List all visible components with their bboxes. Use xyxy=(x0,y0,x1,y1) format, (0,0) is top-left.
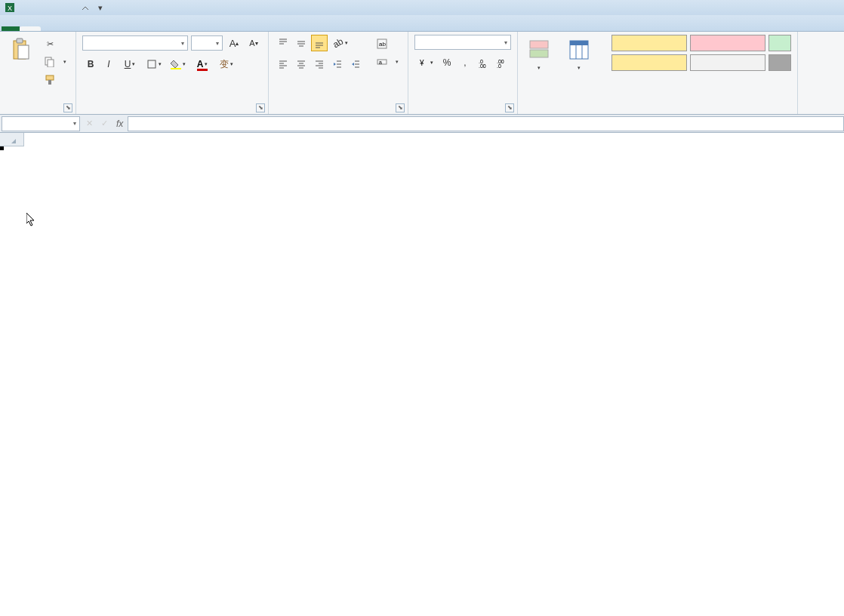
svg-rect-4 xyxy=(18,45,29,59)
increase-decimal-button[interactable]: .0.00 xyxy=(475,54,491,71)
bold-button[interactable]: B xyxy=(82,56,99,72)
save-icon[interactable] xyxy=(18,1,32,14)
clipboard-launcher-icon[interactable]: ⬊ xyxy=(63,103,72,112)
tab-foxit[interactable] xyxy=(252,26,273,31)
decrease-indent-button[interactable] xyxy=(329,56,346,72)
tab-insert[interactable] xyxy=(41,26,62,31)
undo-icon[interactable] xyxy=(33,1,47,14)
group-font: ▾ ▾ A▴ A▾ B I U▾ ▾ ▾ xyxy=(76,32,269,114)
percent-button[interactable]: % xyxy=(439,54,455,71)
style-check[interactable] xyxy=(769,54,791,71)
copy-icon xyxy=(44,56,56,68)
orientation-button[interactable]: ab▾ xyxy=(329,35,352,51)
tab-toolbox[interactable] xyxy=(231,26,252,31)
fx-icon[interactable]: fx xyxy=(112,119,128,129)
style-good[interactable] xyxy=(769,35,791,51)
column-headers xyxy=(0,133,844,146)
svg-text:ab: ab xyxy=(379,41,386,48)
align-top-button[interactable] xyxy=(275,35,291,51)
group-style-buttons: ▾ ▾ xyxy=(518,32,605,114)
decrease-decimal-button[interactable]: .00.0 xyxy=(493,54,510,71)
grow-font-button[interactable]: A▴ xyxy=(226,35,242,51)
group-clipboard: ✂ ▾ ⬊ xyxy=(0,32,76,114)
align-center-button[interactable] xyxy=(293,56,310,72)
tab-view[interactable] xyxy=(146,26,168,31)
alignment-label: ⬊ xyxy=(275,100,402,114)
font-launcher-icon[interactable]: ⬊ xyxy=(256,103,265,112)
cancel-formula-icon[interactable]: ✕ xyxy=(82,116,97,131)
cursor-icon xyxy=(26,213,37,228)
svg-rect-8 xyxy=(48,80,51,85)
align-bottom-button[interactable] xyxy=(311,35,328,51)
font-label: ⬊ xyxy=(82,100,262,114)
qat-dropdown-icon[interactable]: ▾ xyxy=(94,1,107,14)
enter-formula-icon[interactable]: ✓ xyxy=(97,116,112,131)
wrap-text-button[interactable]: ab xyxy=(373,36,402,51)
italic-button[interactable]: I xyxy=(100,56,117,72)
clipboard-label: ⬊ xyxy=(6,100,69,114)
font-name-combo[interactable]: ▾ xyxy=(82,35,188,51)
style-bad[interactable] xyxy=(690,35,765,51)
paste-icon xyxy=(9,38,33,62)
tab-formulas[interactable] xyxy=(83,26,104,31)
group-alignment: ab▾ ab a ▾ xyxy=(269,32,408,114)
align-right-button[interactable] xyxy=(311,56,328,72)
number-launcher-icon[interactable]: ⬊ xyxy=(505,103,514,112)
chevron-down-icon: ▾ xyxy=(213,40,219,47)
redo-icon[interactable] xyxy=(48,1,62,14)
cut-button[interactable]: ✂ xyxy=(41,36,69,51)
format-as-table-button[interactable]: ▾ xyxy=(559,35,599,71)
svg-rect-50 xyxy=(570,41,588,45)
shrink-font-button[interactable]: A▾ xyxy=(245,35,262,51)
svg-text:a: a xyxy=(379,60,382,65)
group-cell-styles xyxy=(605,32,798,114)
format-painter-button[interactable] xyxy=(41,72,69,88)
svg-rect-47 xyxy=(530,41,548,48)
style-neutral[interactable] xyxy=(611,54,687,71)
comma-button[interactable]: , xyxy=(457,54,473,71)
tab-page-layout[interactable] xyxy=(62,26,83,31)
svg-rect-7 xyxy=(46,75,54,80)
title-bar: X ▾ xyxy=(0,0,844,15)
paste-button[interactable] xyxy=(6,35,36,63)
align-middle-button[interactable] xyxy=(293,35,310,51)
currency-button[interactable]: ¥▾ xyxy=(414,54,437,71)
file-tab[interactable] xyxy=(2,26,20,31)
tab-eling[interactable] xyxy=(210,26,231,31)
alignment-launcher-icon[interactable]: ⬊ xyxy=(396,103,405,112)
tab-data[interactable] xyxy=(104,26,125,31)
qat-extra-icon[interactable] xyxy=(79,1,92,14)
underline-button[interactable]: U▾ xyxy=(119,56,141,72)
styles-label xyxy=(611,100,791,114)
copy-button[interactable]: ▾ xyxy=(41,54,69,69)
tab-review[interactable] xyxy=(125,26,146,31)
phonetic-button[interactable]: 变▾ xyxy=(215,56,238,72)
style-normal[interactable] xyxy=(611,35,687,51)
customize-qat-icon[interactable] xyxy=(63,1,77,14)
excel-icon[interactable]: X xyxy=(3,1,17,14)
formula-input[interactable] xyxy=(128,116,844,131)
quick-access-toolbar: X ▾ xyxy=(3,1,107,14)
conditional-formatting-button[interactable]: ▾ xyxy=(524,35,554,71)
tab-user[interactable] xyxy=(189,26,210,31)
select-all-corner[interactable] xyxy=(0,133,24,146)
border-button[interactable]: ▾ xyxy=(143,56,165,72)
align-left-button[interactable] xyxy=(275,56,291,72)
tab-home[interactable] xyxy=(20,26,41,31)
name-box[interactable]: ▾ xyxy=(2,116,80,131)
number-label: ⬊ xyxy=(414,100,511,114)
spreadsheet-grid[interactable] xyxy=(0,133,844,146)
style-calc[interactable] xyxy=(690,54,765,71)
table-format-icon xyxy=(567,38,591,62)
tab-developer[interactable] xyxy=(168,26,189,31)
increase-indent-button[interactable] xyxy=(347,56,364,72)
svg-text:¥: ¥ xyxy=(419,59,424,67)
svg-rect-48 xyxy=(530,50,548,57)
fill-color-button[interactable]: ▾ xyxy=(167,56,189,72)
number-format-combo[interactable]: ▾ xyxy=(414,35,511,50)
merge-center-button[interactable]: a ▾ xyxy=(373,54,402,69)
font-size-combo[interactable]: ▾ xyxy=(191,35,223,51)
fill-handle[interactable] xyxy=(0,146,4,150)
svg-text:X: X xyxy=(8,5,12,12)
font-color-button[interactable]: A▾ xyxy=(191,56,214,72)
